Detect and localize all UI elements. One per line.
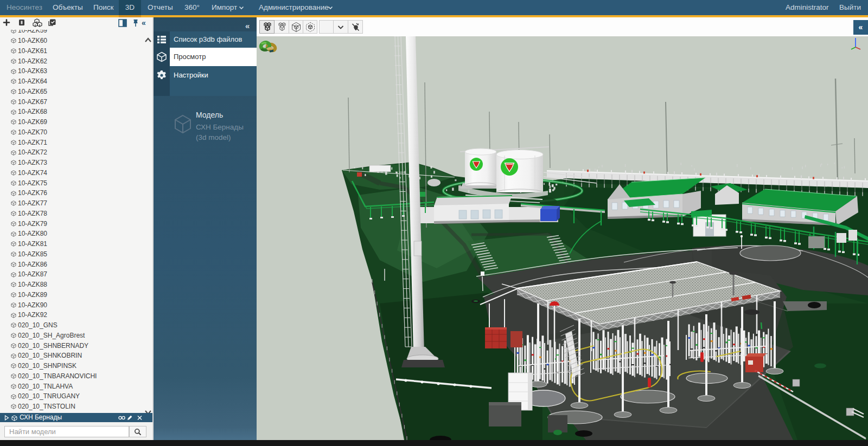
svg-text:«: « <box>142 18 146 27</box>
